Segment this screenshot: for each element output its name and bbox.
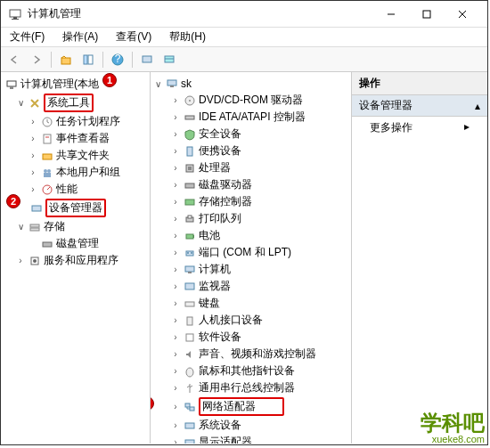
dev-dvd[interactable]: ›DVD/CD-ROM 驱动器	[152, 92, 349, 109]
dev-keyboard[interactable]: ›键盘	[152, 295, 349, 312]
menu-file[interactable]: 文件(F)	[6, 28, 48, 46]
expando-icon[interactable]: ›	[28, 184, 38, 194]
expando-icon[interactable]: ›	[170, 366, 181, 376]
dev-system[interactable]: ›系统设备	[152, 417, 349, 434]
expando-icon[interactable]: ›	[170, 163, 181, 173]
expando-icon[interactable]: ›	[170, 281, 181, 291]
tree-label: 便携设备	[199, 143, 241, 159]
tree-performance[interactable]: ›性能	[3, 181, 148, 198]
minimize-button[interactable]	[373, 2, 409, 27]
dev-mouse[interactable]: ›鼠标和其他指针设备	[152, 362, 349, 379]
tree-label: 任务计划程序	[56, 114, 120, 129]
expando-icon[interactable]: ›	[170, 214, 181, 224]
expando-icon[interactable]: ›	[170, 231, 181, 240]
tree-storage[interactable]: ∨存储	[3, 218, 148, 235]
tree-users-groups[interactable]: ›本地用户和组	[3, 164, 148, 181]
tree-device-manager[interactable]: 2 设备管理器	[3, 198, 148, 218]
usb-icon	[183, 381, 197, 395]
expando-icon[interactable]: ∨	[15, 98, 26, 108]
svg-rect-39	[185, 183, 194, 188]
menu-view[interactable]: 查看(V)	[112, 28, 155, 46]
dev-portable[interactable]: ›便携设备	[152, 143, 349, 159]
dev-processor[interactable]: ›处理器	[152, 159, 349, 176]
up-button[interactable]	[56, 50, 76, 69]
expando-icon[interactable]: ›	[28, 167, 38, 177]
dev-disk[interactable]: ›磁盘驱动器	[152, 176, 349, 193]
svg-point-21	[44, 169, 47, 173]
expando-icon[interactable]: ›	[170, 146, 181, 156]
dev-hid[interactable]: ›人机接口设备	[152, 312, 349, 329]
expando-icon[interactable]: ›	[28, 117, 38, 126]
expando-icon[interactable]: ›	[15, 256, 26, 265]
expando-icon[interactable]: ›	[170, 383, 181, 393]
tree-shared-folders[interactable]: ›共享文件夹	[3, 147, 148, 164]
device-root[interactable]: ∨sk	[152, 76, 349, 92]
svg-point-22	[47, 169, 51, 173]
actions-header: 操作	[352, 72, 487, 95]
view-resources-button[interactable]	[159, 50, 179, 69]
tree-label: 存储控制器	[199, 194, 252, 209]
svg-rect-51	[185, 302, 194, 306]
dev-storage-ctrl[interactable]: ›存储控制器	[152, 193, 349, 210]
dev-usb[interactable]: ›通用串行总线控制器	[152, 379, 349, 396]
maximize-button[interactable]	[409, 2, 445, 27]
expando-icon[interactable]: ›	[170, 349, 181, 359]
more-actions[interactable]: 更多操作 ▸	[352, 117, 487, 139]
expando-icon[interactable]: ›	[170, 332, 181, 342]
expando-icon[interactable]: ›	[170, 437, 181, 444]
tree-label: 存储	[44, 219, 65, 234]
tree-sys-tools[interactable]: ∨ 系统工具	[3, 93, 148, 113]
expando-icon[interactable]: ›	[170, 197, 181, 207]
actions-section[interactable]: 设备管理器 ▴	[352, 95, 487, 117]
help-button[interactable]: ?	[108, 50, 127, 69]
system-icon	[183, 419, 197, 433]
dev-sound[interactable]: ›声音、视频和游戏控制器	[152, 346, 349, 362]
dev-ide[interactable]: ›IDE ATA/ATAPI 控制器	[152, 109, 349, 126]
expando-icon[interactable]: ›	[28, 134, 38, 143]
window-controls	[373, 2, 480, 27]
dev-display[interactable]: ›显示适配器	[152, 434, 349, 444]
show-hide-button[interactable]	[78, 50, 98, 69]
dev-computer[interactable]: ›计算机	[152, 261, 349, 278]
expando-icon[interactable]: ›	[170, 129, 181, 139]
tree-root[interactable]: 计算机管理(本地	[3, 76, 148, 93]
expando-icon[interactable]: ›	[170, 420, 181, 430]
tree-event-viewer[interactable]: ›事件查看器	[3, 130, 148, 147]
dev-ports[interactable]: ›端口 (COM 和 LPT)	[152, 244, 349, 261]
portable-icon	[183, 144, 197, 159]
dev-monitor[interactable]: ›监视器	[152, 278, 349, 295]
svg-rect-32	[170, 86, 174, 87]
expando-icon[interactable]: ›	[170, 248, 181, 257]
tree-services[interactable]: ›服务和应用程序	[3, 252, 148, 269]
network-icon	[183, 400, 197, 414]
watermark-url: xueke8.com	[421, 434, 485, 444]
svg-rect-8	[84, 55, 87, 64]
expando-icon[interactable]: ›	[170, 315, 181, 325]
view-devices-button[interactable]	[137, 50, 157, 69]
forward-button[interactable]	[27, 50, 46, 69]
expando-icon[interactable]: ›	[170, 95, 181, 105]
dev-security[interactable]: ›安全设备	[152, 126, 349, 143]
expando-icon[interactable]: ›	[28, 151, 38, 160]
expando-icon[interactable]: ›	[170, 180, 181, 190]
tree-disk-mgmt[interactable]: 磁盘管理	[3, 235, 148, 252]
dev-network[interactable]: 3 › 网络适配器	[152, 396, 349, 417]
expando-icon[interactable]: ›	[170, 298, 181, 308]
back-button[interactable]	[4, 50, 24, 69]
tree-task-scheduler[interactable]: ›任务计划程序	[3, 113, 148, 130]
tree-label: 处理器	[199, 160, 231, 175]
dev-battery[interactable]: ›电池	[152, 227, 349, 244]
dev-software[interactable]: ›软件设备	[152, 329, 349, 346]
expando-icon[interactable]: ›	[170, 402, 181, 411]
menu-help[interactable]: 帮助(H)	[166, 28, 209, 46]
dev-print[interactable]: ›打印队列	[152, 210, 349, 227]
expando-icon[interactable]: ›	[170, 112, 181, 122]
chevron-up-icon: ▴	[475, 100, 480, 112]
close-button[interactable]	[445, 2, 480, 27]
expando-icon[interactable]: ∨	[152, 79, 163, 89]
menu-action[interactable]: 操作(A)	[59, 28, 102, 46]
expando-icon[interactable]: ∨	[15, 222, 26, 232]
expando-icon[interactable]: ›	[170, 265, 181, 274]
actions-pane: 操作 设备管理器 ▴ 更多操作 ▸	[352, 72, 487, 444]
svg-point-54	[186, 368, 193, 377]
